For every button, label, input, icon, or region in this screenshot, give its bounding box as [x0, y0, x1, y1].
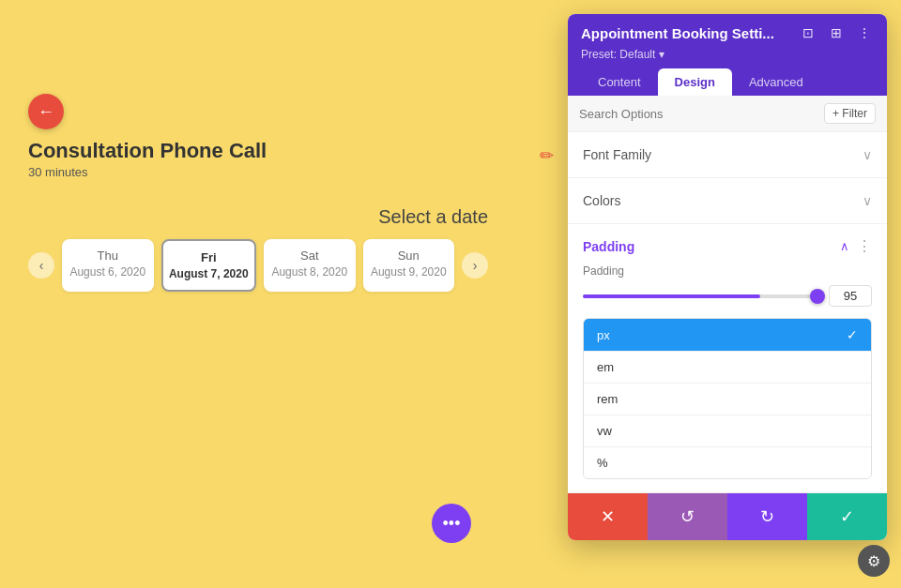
- colors-label: Colors: [583, 193, 620, 208]
- unit-label-vw: vw: [597, 424, 612, 438]
- unit-label-px: px: [597, 328, 610, 342]
- panel-body: Font Family ∨ Colors ∨ Padding ∧ ⋮ Paddi…: [568, 132, 887, 493]
- day-date-sat: August 8, 2020: [269, 265, 350, 279]
- cancel-icon: ✕: [601, 506, 615, 527]
- gear-corner-button[interactable]: ⚙: [858, 545, 890, 577]
- padding-value-input[interactable]: [829, 285, 872, 307]
- day-date-sun: August 9, 2020: [369, 265, 450, 279]
- calendar-prev-button[interactable]: ‹: [28, 252, 54, 279]
- colors-section[interactable]: Colors ∨: [568, 178, 887, 224]
- colors-chevron-icon: ∨: [863, 193, 872, 208]
- save-button[interactable]: ✓: [807, 493, 887, 540]
- panel-header: Appointment Booking Setti... ⊡ ⊞ ⋮ Prese…: [568, 14, 887, 96]
- day-name-sat: Sat: [269, 249, 350, 263]
- font-family-chevron-icon: ∨: [863, 147, 872, 162]
- back-button[interactable]: ←: [28, 94, 64, 129]
- panel-title: Appointment Booking Setti...: [581, 25, 774, 41]
- tab-design[interactable]: Design: [658, 68, 732, 96]
- day-date-thu: August 6, 2020: [68, 265, 148, 279]
- settings-panel: Appointment Booking Setti... ⊡ ⊞ ⋮ Prese…: [568, 14, 887, 540]
- unit-option-percent[interactable]: %: [584, 447, 871, 478]
- unit-label-rem: rem: [597, 392, 618, 406]
- calendar-day-sun[interactable]: Sun August 9, 2020: [363, 239, 455, 292]
- select-date-label: Select a date: [378, 206, 488, 228]
- redo-button[interactable]: ↻: [727, 493, 807, 540]
- unit-label-em: em: [597, 360, 614, 374]
- day-name-sun: Sun: [369, 249, 450, 263]
- padding-section-title: Padding: [583, 239, 634, 254]
- calendar-day-thu[interactable]: Thu August 6, 2020: [62, 239, 154, 292]
- day-date-fri: August 7, 2020: [169, 267, 250, 280]
- unit-dropdown: px ✓ em rem vw %: [583, 318, 872, 479]
- appointment-title: Consultation Phone Call: [28, 139, 267, 163]
- unit-option-vw[interactable]: vw: [584, 415, 871, 447]
- bottom-toolbar: ✕ ↺ ↻ ✓: [568, 493, 887, 540]
- padding-slider-fill: [583, 294, 760, 298]
- font-family-label: Font Family: [583, 147, 651, 162]
- tab-advanced[interactable]: Advanced: [732, 68, 820, 96]
- day-name-fri: Fri: [169, 250, 250, 264]
- panel-icon-grid[interactable]: ⊞: [827, 23, 846, 42]
- unit-option-rem[interactable]: rem: [584, 384, 871, 415]
- reset-button[interactable]: ↺: [648, 493, 727, 540]
- padding-sub-label: Padding: [583, 264, 872, 278]
- calendar-row: ‹ Thu August 6, 2020 Fri August 7, 2020 …: [28, 239, 488, 292]
- cancel-button[interactable]: ✕: [568, 493, 648, 540]
- unit-check-icon: ✓: [847, 327, 858, 342]
- appointment-info: Consultation Phone Call 30 minutes: [28, 139, 267, 179]
- reset-icon: ↺: [680, 506, 695, 527]
- panel-header-top: Appointment Booking Setti... ⊡ ⊞ ⋮: [581, 23, 874, 42]
- panel-icon-more[interactable]: ⋮: [855, 23, 874, 42]
- appointment-duration: 30 minutes: [28, 165, 267, 179]
- padding-slider-track[interactable]: [583, 294, 819, 298]
- back-icon: ←: [38, 102, 54, 122]
- padding-chevron-icon[interactable]: ∧: [840, 239, 849, 253]
- dots-icon: •••: [443, 514, 461, 534]
- unit-label-percent: %: [597, 456, 608, 470]
- gear-icon: ⚙: [867, 552, 880, 570]
- filter-button[interactable]: + Filter: [824, 103, 876, 124]
- panel-preset[interactable]: Preset: Default ▾: [581, 48, 874, 61]
- padding-section: Padding ∧ ⋮ Padding px ✓: [568, 224, 887, 493]
- search-bar: + Filter: [568, 96, 887, 132]
- padding-slider-thumb[interactable]: [810, 289, 825, 304]
- day-name-thu: Thu: [68, 249, 148, 263]
- calendar-next-button[interactable]: ›: [462, 252, 488, 279]
- calendar-day-fri[interactable]: Fri August 7, 2020: [161, 239, 257, 292]
- padding-header-controls: ∧ ⋮: [840, 237, 872, 255]
- calendar-days: Thu August 6, 2020 Fri August 7, 2020 Sa…: [62, 239, 454, 292]
- panel-tabs: Content Design Advanced: [581, 68, 874, 96]
- calendar-day-sat[interactable]: Sat August 8, 2020: [264, 239, 356, 292]
- unit-option-em[interactable]: em: [584, 352, 871, 384]
- font-family-section[interactable]: Font Family ∨: [568, 132, 887, 178]
- save-icon: ✓: [840, 506, 854, 527]
- padding-slider-row: [583, 285, 872, 307]
- dots-fab-button[interactable]: •••: [432, 504, 471, 543]
- padding-header: Padding ∧ ⋮: [583, 237, 872, 255]
- panel-icon-expand[interactable]: ⊡: [799, 23, 817, 42]
- panel-header-icons: ⊡ ⊞ ⋮: [799, 23, 874, 42]
- pencil-edit-icon[interactable]: ✏: [540, 145, 554, 166]
- padding-more-icon[interactable]: ⋮: [857, 237, 872, 255]
- tab-content[interactable]: Content: [581, 68, 658, 96]
- unit-option-px[interactable]: px ✓: [584, 319, 871, 352]
- search-input[interactable]: [579, 107, 818, 121]
- redo-icon: ↻: [760, 506, 774, 527]
